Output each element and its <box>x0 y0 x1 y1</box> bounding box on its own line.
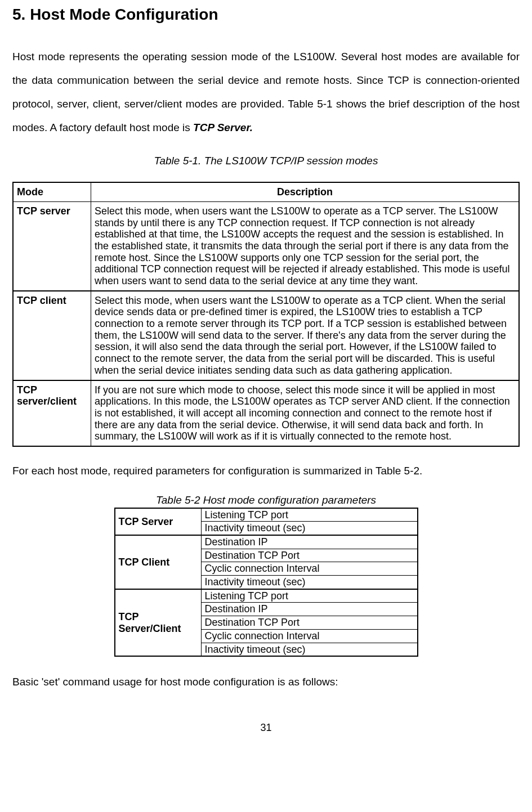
section-title: 5. Host Mode Configuration <box>12 6 520 24</box>
table-2-param-cell: Destination IP <box>201 535 418 549</box>
page-number: 31 <box>12 722 520 734</box>
table-1-mode-cell: TCP client <box>13 291 91 380</box>
table-2-param-cell: Inactivity timeout (sec) <box>201 522 418 535</box>
intro-text-pre: Host mode represents the operating sessi… <box>12 51 520 133</box>
table-2-param-cell: Listening TCP port <box>201 508 418 522</box>
table-2: TCP Server Listening TCP port Inactivity… <box>114 508 418 657</box>
table-1-header-desc: Description <box>91 182 520 201</box>
table-1-desc-cell: Select this mode, when users want the LS… <box>91 291 520 380</box>
table-1-desc-cell: If you are not sure which mode to choose… <box>91 380 520 446</box>
intro-text-bold: TCP Server. <box>193 122 253 133</box>
table-1-header-mode: Mode <box>13 182 91 201</box>
closing-paragraph: Basic 'set' command usage for host mode … <box>12 676 520 688</box>
table-2-group-label: TCP Server <box>115 508 202 535</box>
mid-paragraph: For each host mode, required parameters … <box>12 465 520 477</box>
table-2-caption: Table 5-2 Host mode configuration parame… <box>12 494 520 506</box>
table-row: TCP Server/Client Listening TCP port <box>115 589 418 603</box>
table-1-desc-cell: Select this mode, when users want the LS… <box>91 201 520 290</box>
table-row: TCP Server Listening TCP port <box>115 508 418 522</box>
table-2-param-cell: Listening TCP port <box>201 589 418 603</box>
table-row: TCP Client Destination IP <box>115 535 418 549</box>
table-2-param-cell: Destination IP <box>201 603 418 616</box>
table-2-param-cell: Cyclic connection Interval <box>201 562 418 576</box>
table-1-mode-cell: TCP server <box>13 201 91 290</box>
table-1-mode-cell: TCP server/client <box>13 380 91 446</box>
table-2-param-cell: Destination TCP Port <box>201 549 418 562</box>
table-2-param-cell: Inactivity timeout (sec) <box>201 643 418 656</box>
table-2-param-cell: Cyclic connection Interval <box>201 629 418 643</box>
table-1-caption: Table 5-1. The LS100W TCP/IP session mod… <box>12 155 520 167</box>
table-2-param-cell: Inactivity timeout (sec) <box>201 576 418 589</box>
table-2-param-cell: Destination TCP Port <box>201 616 418 630</box>
table-row: TCP server Select this mode, when users … <box>13 201 519 290</box>
table-row: TCP server/client If you are not sure wh… <box>13 380 519 446</box>
intro-paragraph: Host mode represents the operating sessi… <box>12 45 520 139</box>
table-2-group-label: TCP Server/Client <box>115 589 202 656</box>
table-row: TCP client Select this mode, when users … <box>13 291 519 380</box>
table-1: Mode Description TCP server Select this … <box>12 182 520 447</box>
table-2-group-label: TCP Client <box>115 535 202 589</box>
